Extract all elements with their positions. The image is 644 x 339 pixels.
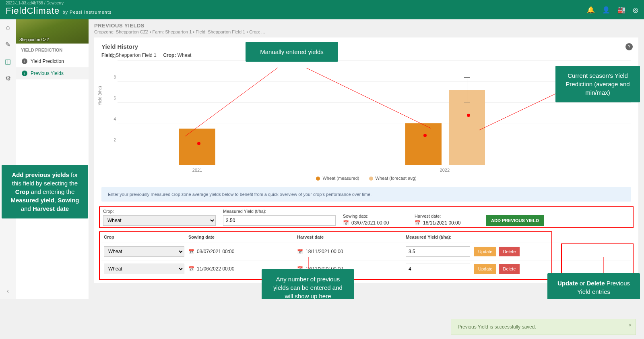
update-button[interactable]: Update bbox=[474, 264, 496, 274]
card-meta: Field: Shepparton Field 1 Crop: Wheat bbox=[101, 52, 631, 58]
row-crop-select[interactable]: Wheat bbox=[104, 264, 184, 274]
collapse-icon[interactable]: ‹ bbox=[2, 285, 14, 297]
harvest-label: Harvest date: bbox=[415, 214, 479, 218]
x-tick: 2021 bbox=[179, 168, 215, 173]
y-tick: 2 bbox=[114, 138, 116, 142]
row-yield-input[interactable] bbox=[406, 246, 470, 257]
y-tick: 8 bbox=[114, 75, 116, 79]
sowing-label: Sowing date: bbox=[343, 214, 407, 218]
delete-button[interactable]: Delete bbox=[499, 264, 520, 274]
delete-button[interactable]: Delete bbox=[499, 247, 520, 256]
annotation-prediction: Current season's Yield Prediction (avera… bbox=[555, 66, 640, 102]
brand-sub: by Pessl Instruments bbox=[62, 10, 111, 15]
broadcast-icon[interactable]: ◎ bbox=[633, 6, 638, 14]
yield-input[interactable] bbox=[223, 215, 336, 226]
hero-caption: Shepparton CZ2 bbox=[19, 37, 49, 42]
sidebar-item-label: Yield Prediction bbox=[31, 58, 64, 64]
crop-label: Crop: bbox=[103, 209, 216, 214]
calendar-icon[interactable]: 📅 bbox=[297, 249, 303, 254]
previous-yields-table: Crop Sowing date Harvest date Measured Y… bbox=[101, 231, 631, 277]
calendar-icon[interactable]: 📅 bbox=[188, 249, 194, 254]
table-row: Wheat 📅03/07/2021 00:00 📅18/11/2021 00:0… bbox=[101, 243, 631, 260]
brand: FieldClimate by Pessl Instruments bbox=[6, 6, 111, 16]
home-icon[interactable]: ⌂ bbox=[2, 22, 14, 33]
settings-icon[interactable]: ⚙ bbox=[2, 73, 14, 84]
info-icon: i bbox=[22, 71, 27, 76]
field-hero[interactable]: Shepparton CZ2 bbox=[16, 19, 89, 44]
chart-icon[interactable]: ◫ bbox=[2, 56, 14, 67]
y-tick: 10 bbox=[111, 54, 116, 58]
th-sowing: Sowing date bbox=[188, 235, 293, 239]
icon-rail: ⌂ ✎ ◫ ⚙ ‹ bbox=[0, 19, 16, 299]
annotation-update-delete: Update or Delete Previous Yield entries bbox=[547, 273, 640, 299]
harvest-value[interactable]: 18/11/2021 00:00 bbox=[423, 220, 460, 226]
crop-select[interactable]: Wheat bbox=[103, 215, 216, 226]
annotation-manual-yields: Manually entered yields bbox=[246, 42, 338, 62]
sidebar-item-previous-yields[interactable]: i Previous Yields bbox=[16, 67, 89, 79]
th-harvest: Harvest date bbox=[297, 235, 402, 239]
bar-2022-measured bbox=[405, 123, 442, 165]
annotation-any-number: Any number of previous yields can be ent… bbox=[262, 269, 354, 299]
add-yield-form: Crop: Wheat Measured Yield (t/ha): Sowin… bbox=[101, 205, 631, 230]
y-axis: Yield (t/ha) 2 4 6 8 10 bbox=[101, 60, 118, 165]
sidebar-section: YIELD PREDICTION bbox=[16, 44, 89, 55]
calendar-icon[interactable]: 📅 bbox=[343, 220, 349, 226]
help-icon[interactable]: ? bbox=[625, 43, 633, 50]
sidebar-item-yield-prediction[interactable]: i Yield Prediction bbox=[16, 55, 89, 67]
sidebar: Shepparton CZ2 YIELD PREDICTION i Yield … bbox=[16, 19, 89, 299]
info-icon: i bbox=[22, 58, 27, 64]
row-crop-select[interactable]: Wheat bbox=[104, 246, 184, 257]
breadcrumb-path: Cropzone: Shepparton CZ2 • Farm: Sheppar… bbox=[94, 29, 638, 34]
yield-label: Measured Yield (t/ha): bbox=[223, 209, 336, 214]
sidebar-item-label: Previous Yields bbox=[31, 71, 64, 76]
chart-legend: Wheat (measured) Wheat (forecast avg) bbox=[101, 176, 631, 181]
bell-icon[interactable]: 🔔 bbox=[587, 6, 595, 14]
tools-icon[interactable]: ✎ bbox=[2, 39, 14, 50]
add-previous-yield-button[interactable]: ADD PREVIOUS YIELD bbox=[486, 215, 544, 226]
info-banner: Enter your previously measured crop zone… bbox=[101, 187, 631, 202]
topbar: 2022-11-03.ad4b788 / Dewberry FieldClima… bbox=[0, 0, 644, 19]
calendar-icon[interactable]: 📅 bbox=[188, 266, 194, 272]
factory-icon[interactable]: 🏭 bbox=[617, 6, 625, 14]
yield-chart: Yield (t/ha) 2 4 6 8 10 2021 bbox=[101, 60, 631, 165]
page-title: PREVIOUS YIELDS bbox=[94, 23, 638, 29]
main: PREVIOUS YIELDS Cropzone: Shepparton CZ2… bbox=[89, 19, 644, 299]
bar-2022-forecast bbox=[449, 90, 485, 165]
plot-area: 2021 2022 bbox=[118, 60, 631, 165]
th-crop: Crop bbox=[104, 235, 184, 239]
th-yield: Measured Yield (t/ha): bbox=[406, 235, 470, 239]
user-icon[interactable]: 👤 bbox=[602, 6, 610, 14]
bar-2021-measured bbox=[179, 129, 215, 165]
build-meta: 2022-11-03.ad4b788 / Dewberry bbox=[6, 1, 64, 5]
row-yield-input[interactable] bbox=[406, 264, 470, 274]
sowing-value[interactable]: 03/07/2021 00:00 bbox=[351, 220, 389, 226]
annotation-add-previous: Add previous yields for this field by se… bbox=[2, 165, 88, 218]
error-bar bbox=[467, 77, 467, 102]
x-tick: 2022 bbox=[421, 168, 469, 173]
brand-main: FieldClimate bbox=[6, 6, 60, 16]
y-tick: 4 bbox=[114, 117, 116, 121]
y-tick: 6 bbox=[114, 96, 116, 100]
card-title: Yield History bbox=[101, 43, 631, 50]
y-axis-label: Yield (t/ha) bbox=[98, 86, 102, 106]
update-button[interactable]: Update bbox=[474, 247, 496, 256]
breadcrumb: PREVIOUS YIELDS Cropzone: Shepparton CZ2… bbox=[94, 23, 638, 34]
calendar-icon[interactable]: 📅 bbox=[415, 220, 421, 226]
